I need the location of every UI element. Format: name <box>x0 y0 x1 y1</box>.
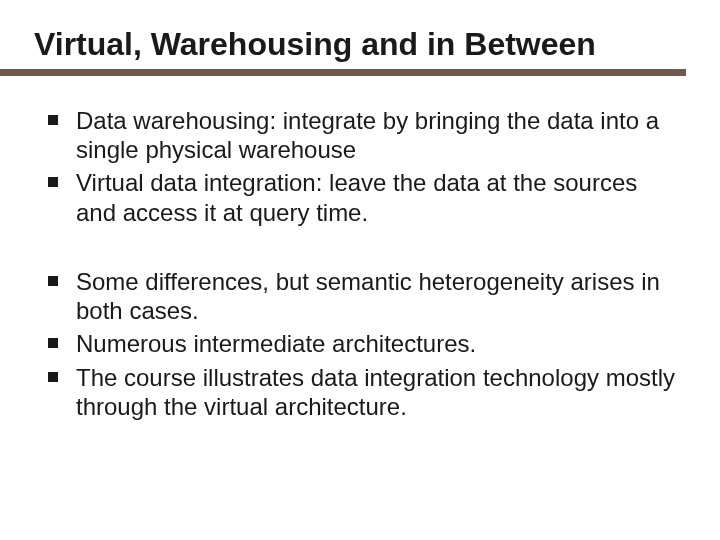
title-underline <box>0 69 686 76</box>
bullet-item: The course illustrates data integration … <box>42 363 678 422</box>
bullet-group-2: Some differences, but semantic heterogen… <box>42 267 678 421</box>
slide-title: Virtual, Warehousing and in Between <box>34 26 686 67</box>
bullet-item: Numerous intermediate architectures. <box>42 329 678 358</box>
bullet-group-1: Data warehousing: integrate by bringing … <box>42 106 678 227</box>
bullet-item: Virtual data integration: leave the data… <box>42 168 678 227</box>
slide-content: Data warehousing: integrate by bringing … <box>34 106 686 421</box>
bullet-item: Some differences, but semantic heterogen… <box>42 267 678 326</box>
bullet-item: Data warehousing: integrate by bringing … <box>42 106 678 165</box>
slide: Virtual, Warehousing and in Between Data… <box>0 0 720 540</box>
title-block: Virtual, Warehousing and in Between <box>34 26 686 76</box>
